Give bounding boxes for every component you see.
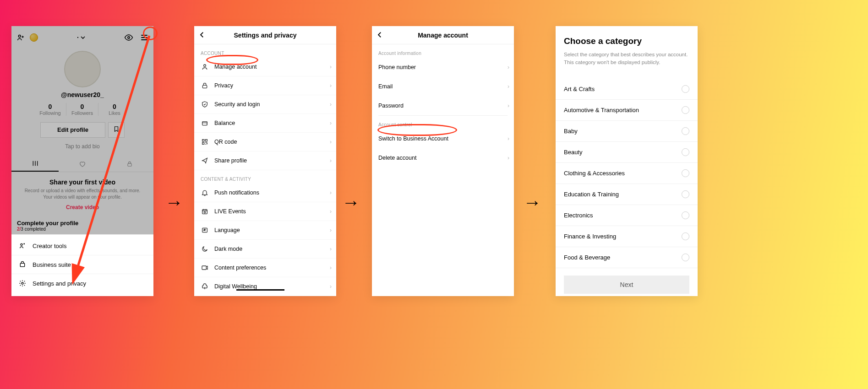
sheet-business-suite[interactable]: Business suite [11, 255, 153, 274]
chevron-right-icon: › [330, 64, 332, 70]
category-row[interactable]: Education & Training [556, 184, 698, 205]
share-video-desc: Record or upload a video with effects, s… [24, 188, 141, 200]
manage-title: Manage account [418, 32, 468, 39]
row-label: Password [378, 103, 404, 109]
list-row[interactable]: LIVE Events› [194, 202, 336, 221]
category-subtitle: Select the category that best describes … [564, 51, 689, 67]
tab-private[interactable] [106, 156, 153, 172]
avatar[interactable] [64, 51, 101, 87]
row-label: Push notifications [214, 189, 259, 196]
category-label: Art & Crafts [564, 86, 595, 92]
category-row[interactable]: Food & Beverage [556, 247, 698, 268]
chevron-down-icon [81, 35, 85, 40]
tab-liked[interactable] [59, 156, 106, 172]
back-button[interactable] [376, 31, 384, 40]
arrow-icon: → [342, 192, 360, 213]
sheet-settings-privacy[interactable]: Settings and privacy [11, 274, 153, 292]
stat-following[interactable]: 0 Following [34, 103, 66, 116]
stat-followers[interactable]: 0 Followers [66, 103, 98, 116]
row-icon [201, 119, 209, 127]
radio-icon [682, 190, 689, 198]
eye-icon[interactable] [124, 33, 133, 42]
list-row[interactable]: Password› [372, 96, 514, 115]
create-video-button[interactable]: Create video [24, 204, 141, 211]
list-row[interactable]: QR code› [194, 133, 336, 151]
category-row[interactable]: Art & Crafts [556, 79, 698, 100]
stats: 0 Following 0 Followers 0 Likes [11, 103, 153, 116]
list-row[interactable]: Delete account› [372, 148, 514, 167]
settings-header: Settings and privacy [194, 26, 336, 44]
svg-point-10 [204, 65, 206, 67]
row-icon [201, 227, 209, 234]
username-text: · [77, 34, 79, 41]
category-label: Beauty [564, 149, 582, 156]
category-row[interactable]: Finance & Investing [556, 226, 698, 247]
row-label: Content preferences [214, 265, 266, 271]
row-icon [201, 264, 209, 271]
list-row[interactable]: Email› [372, 77, 514, 96]
list-row[interactable]: Switch to Business Account› [372, 129, 514, 148]
hamburger-menu-icon[interactable] [140, 33, 149, 42]
category-row[interactable]: Clothing & Accessories [556, 163, 698, 184]
row-icon [201, 245, 209, 253]
next-button[interactable]: Next [564, 276, 689, 294]
list-row[interactable]: Share profile› [194, 151, 336, 170]
svg-rect-14 [205, 140, 207, 141]
category-label: Baby [564, 128, 578, 135]
list-row[interactable]: Balance› [194, 114, 336, 133]
bottom-sheet: Creator tools Business suite Settings an… [11, 234, 153, 296]
sheet-creator-tools[interactable]: Creator tools [11, 237, 153, 255]
share-video-prompt: Share your first video Record or upload … [11, 172, 153, 215]
list-row[interactable]: Content preferences› [194, 259, 336, 277]
svg-point-1 [128, 37, 130, 38]
category-row[interactable]: Electronics [556, 205, 698, 226]
svg-rect-11 [202, 85, 207, 88]
username-dropdown[interactable]: · [77, 34, 85, 41]
radio-icon [682, 85, 689, 93]
list-row[interactable]: Language› [194, 221, 336, 240]
list-row[interactable]: Security and login› [194, 95, 336, 114]
chevron-right-icon: › [508, 155, 509, 161]
section-account: ACCOUNT [194, 44, 336, 58]
radio-icon [682, 211, 689, 219]
row-icon [201, 101, 209, 108]
category-label: Automotive & Transportation [564, 107, 639, 113]
chevron-right-icon: › [330, 120, 332, 126]
back-button[interactable] [198, 31, 206, 40]
list-row[interactable]: Phone number› [372, 58, 514, 77]
gear-icon [19, 280, 26, 287]
list-row[interactable]: Digital Wellbeing› [194, 277, 336, 296]
svg-point-0 [18, 35, 21, 38]
row-icon [201, 82, 209, 89]
handle: @newuser20_ [11, 91, 153, 98]
coin-icon[interactable] [30, 33, 38, 42]
list-row[interactable]: Push notifications› [194, 184, 336, 202]
svg-point-17 [204, 211, 205, 213]
business-icon [19, 261, 26, 268]
radio-icon [682, 254, 689, 261]
stat-likes[interactable]: 0 Likes [98, 103, 131, 116]
add-bio-button[interactable]: Tap to add bio [11, 143, 153, 150]
category-row[interactable]: Baby [556, 121, 698, 142]
chevron-right-icon: › [330, 101, 332, 108]
edit-profile-button[interactable]: Edit profile [40, 122, 105, 138]
list-row[interactable]: Privacy› [194, 76, 336, 95]
add-friend-icon[interactable] [16, 33, 25, 42]
row-icon [201, 208, 209, 215]
chevron-right-icon: › [508, 103, 509, 109]
category-label: Finance & Investing [564, 233, 616, 240]
radio-icon [682, 232, 689, 240]
tab-grid[interactable] [11, 156, 59, 172]
row-label: Privacy [214, 82, 233, 89]
chevron-right-icon: › [330, 265, 332, 271]
category-label: Clothing & Accessories [564, 170, 625, 177]
category-screen: Choose a category Select the category th… [556, 26, 698, 296]
row-icon [201, 138, 209, 146]
svg-point-9 [22, 282, 23, 284]
bookmark-button[interactable] [108, 122, 125, 138]
list-row[interactable]: Manage account› [194, 58, 336, 76]
manage-account-screen: Manage account Account information Phone… [372, 26, 514, 296]
list-row[interactable]: Dark mode› [194, 240, 336, 259]
category-row[interactable]: Beauty [556, 142, 698, 163]
category-row[interactable]: Automotive & Transportation [556, 100, 698, 121]
